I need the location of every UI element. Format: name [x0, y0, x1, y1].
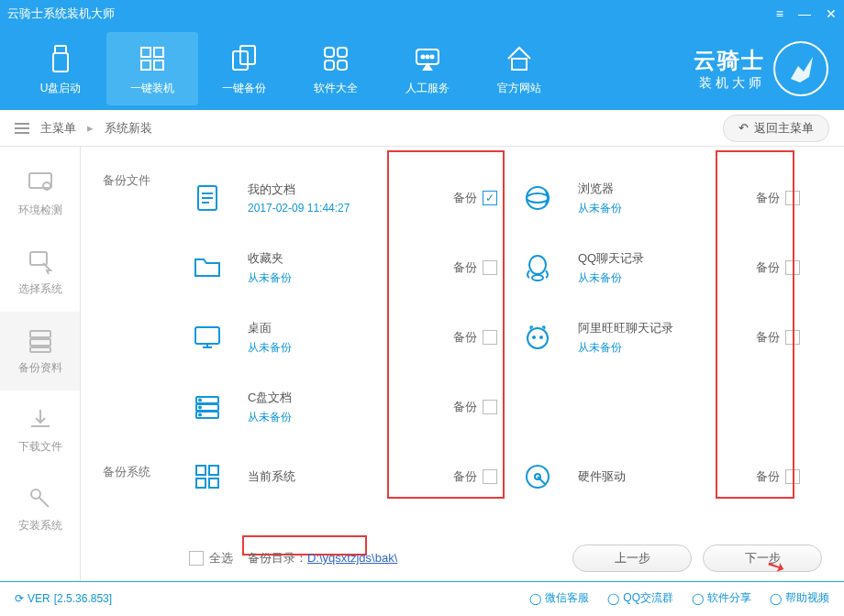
nav-service[interactable]: 人工服务	[382, 32, 473, 105]
svg-rect-23	[30, 347, 50, 352]
svg-rect-2	[141, 48, 150, 57]
home-icon	[503, 42, 536, 75]
item-title: C盘文档	[248, 390, 292, 406]
document-icon	[189, 182, 226, 214]
select-all-checkbox[interactable]	[189, 551, 204, 566]
backup-grid: 我的文档2017-02-09 11:44:27 备份✓ 浏览器从未备份 备份 收…	[189, 163, 822, 512]
qq-icon	[519, 252, 556, 283]
item-subtitle: 从未备份	[578, 201, 622, 216]
svg-point-37	[533, 336, 535, 338]
backup-row: C盘文档从未备份 备份	[189, 372, 822, 442]
svg-point-30	[527, 193, 549, 203]
svg-rect-33	[195, 327, 219, 344]
server-icon	[27, 327, 54, 355]
dir-path-link[interactable]: D:\yqsxtzjds\bak\	[307, 551, 397, 565]
svg-rect-4	[141, 60, 150, 70]
version-prefix: VER	[28, 592, 50, 605]
nav-software[interactable]: 软件大全	[290, 32, 382, 105]
brand: 云骑士 装机大师	[694, 40, 829, 97]
backup-checkbox[interactable]	[785, 330, 800, 345]
sidebar-label: 环境检测	[18, 203, 62, 218]
svg-point-38	[540, 336, 542, 338]
desktop-icon	[189, 322, 226, 353]
item-title: 当前系统	[248, 468, 295, 485]
status-bar: ⟳ VER[2.5.36.853] ◯ 微信客服 ◯ QQ交流群 ◯ 软件分享 …	[0, 581, 844, 614]
svg-rect-16	[512, 59, 527, 70]
sidebar-label: 安装系统	[18, 518, 62, 534]
item-subtitle: 从未备份	[578, 270, 644, 286]
svg-point-44	[199, 414, 201, 416]
nav-label: 人工服务	[405, 81, 450, 96]
return-main-button[interactable]: ↶ 返回主菜单	[723, 115, 829, 142]
chevron-right-icon: ▸	[87, 121, 94, 135]
svg-rect-48	[209, 478, 218, 488]
svg-point-36	[528, 328, 548, 348]
refresh-icon: ⟳	[15, 592, 24, 605]
backup-checkbox[interactable]	[785, 260, 800, 275]
version[interactable]: ⟳ VER[2.5.36.853]	[15, 592, 112, 605]
backup-checkbox[interactable]	[483, 330, 497, 345]
backup-checkbox[interactable]	[785, 469, 800, 484]
item-subtitle: 2017-02-09 11:44:27	[248, 202, 350, 214]
nav-usb-boot[interactable]: U盘启动	[15, 32, 106, 105]
sidebar-item-select[interactable]: 选择系统	[0, 233, 80, 312]
backup-checkbox[interactable]	[483, 260, 497, 275]
backup-row: 当前系统 备份 硬件驱动 备份	[189, 442, 822, 512]
link-label: 软件分享	[707, 590, 751, 606]
backup-label: 备份	[453, 329, 477, 346]
nav-backup[interactable]: 一键备份	[198, 32, 290, 105]
svg-rect-22	[30, 339, 50, 346]
backup-checkbox[interactable]: ✓	[483, 191, 497, 205]
backup-label: 备份	[756, 329, 780, 346]
svg-rect-0	[55, 46, 66, 53]
backup-checkbox[interactable]	[785, 191, 800, 205]
status-link-help[interactable]: ◯ 帮助视频	[770, 590, 829, 606]
breadcrumb-root[interactable]: 主菜单	[40, 120, 76, 137]
breadcrumb-bar: 主菜单 ▸ 系统新装 ↶ 返回主菜单	[0, 110, 844, 147]
svg-rect-9	[338, 48, 347, 57]
status-link-qq[interactable]: ◯ QQ交流群	[607, 590, 673, 606]
svg-rect-3	[154, 48, 163, 57]
sidebar-item-install[interactable]: 安装系统	[0, 469, 80, 548]
sidebar-item-backup[interactable]: 备份资料	[0, 312, 80, 390]
minimize-button[interactable]: —	[798, 6, 811, 21]
item-title: 硬件驱动	[578, 468, 626, 485]
breadcrumb: 主菜单 ▸ 系统新装	[15, 120, 152, 137]
nav-label: 一键备份	[222, 81, 266, 96]
status-link-wechat[interactable]: ◯ 微信客服	[529, 590, 589, 606]
next-step-button[interactable]: 下一步	[703, 544, 822, 572]
svg-point-15	[431, 55, 434, 58]
close-button[interactable]: ✕	[826, 6, 837, 21]
backup-dir: 备份目录：D:\yqsxtzjds\bak\	[248, 550, 397, 566]
backup-label: 备份	[756, 468, 780, 485]
version-number: [2.5.36.853]	[54, 592, 112, 605]
prev-step-button[interactable]: 上一步	[572, 544, 692, 572]
backup-checkbox[interactable]	[483, 400, 497, 414]
backup-checkbox[interactable]	[483, 469, 497, 484]
nav-website[interactable]: 官方网站	[473, 32, 565, 105]
window-controls: ≡ — ✕	[776, 6, 837, 21]
apps-icon	[319, 42, 352, 75]
copy-icon	[228, 42, 261, 75]
item-title: 我的文档	[248, 182, 350, 198]
menu-icon[interactable]	[15, 123, 29, 134]
menu-button[interactable]: ≡	[776, 6, 783, 21]
return-label: 返回主菜单	[754, 120, 814, 137]
status-link-share[interactable]: ◯ 软件分享	[692, 590, 751, 606]
svg-point-13	[422, 55, 425, 58]
backup-label: 备份	[453, 190, 477, 206]
nav-reinstall[interactable]: 一键装机	[106, 32, 198, 105]
sidebar-label: 下载文件	[18, 439, 62, 455]
sidebar-item-env[interactable]: 环境检测	[0, 154, 80, 233]
svg-rect-5	[154, 60, 163, 70]
brand-sub: 装机大师	[699, 75, 765, 92]
breadcrumb-current: 系统新装	[105, 120, 152, 137]
svg-point-32	[532, 275, 543, 280]
svg-point-31	[529, 256, 546, 274]
app-title: 云骑士系统装机大师	[7, 6, 115, 22]
undo-icon: ↶	[738, 121, 749, 135]
select-all[interactable]: 全选	[189, 550, 233, 566]
backup-label: 备份	[453, 468, 477, 485]
sidebar-label: 选择系统	[18, 281, 62, 297]
sidebar-item-download[interactable]: 下载文件	[0, 390, 80, 469]
